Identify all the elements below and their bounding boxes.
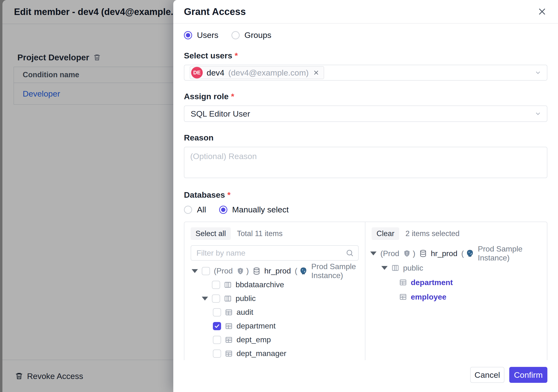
checkbox-checked[interactable]	[213, 322, 221, 330]
chevron-down-icon[interactable]	[534, 69, 541, 76]
checkbox[interactable]	[202, 267, 210, 275]
radio-manually-select[interactable]: Manually select	[219, 205, 289, 214]
source-tree: (Prod ) hr_prod ( Prod Sample	[184, 264, 365, 360]
schema-tree-row[interactable]: public	[184, 292, 365, 305]
avatar: DE	[191, 67, 203, 78]
database-icon	[419, 250, 427, 257]
table-icon	[225, 322, 233, 330]
table-icon	[225, 336, 233, 344]
radio-groups-label: Groups	[244, 30, 271, 40]
schema-label: bbdataarchive	[235, 280, 284, 289]
radio-manual-circle[interactable]	[219, 206, 227, 214]
env-label: (Prod	[214, 267, 233, 275]
schema-icon	[224, 281, 232, 289]
checkbox[interactable]	[212, 281, 220, 289]
drawer-body: Users Groups Select users* DE dev4 (dev4…	[173, 24, 558, 360]
databases-label: Databases*	[184, 190, 547, 200]
checkbox[interactable]	[213, 308, 221, 316]
select-users-input[interactable]: DE dev4 (dev4@example.com)	[184, 65, 547, 81]
selected-table-link[interactable]: department	[411, 278, 453, 287]
checkbox[interactable]	[212, 295, 220, 303]
table-tree-row[interactable]: dept_manager	[184, 347, 365, 360]
assign-role-select[interactable]: SQL Editor User	[184, 105, 547, 122]
caret-down-icon[interactable]	[370, 252, 376, 255]
db-name: hr_prod	[264, 267, 291, 275]
scope-radio-group: Users Groups	[184, 30, 547, 40]
remove-user-icon[interactable]	[313, 69, 320, 76]
table-icon	[399, 293, 407, 301]
search-icon	[346, 249, 354, 257]
database-transfer: Select all Total 11 items (Prod	[184, 222, 547, 360]
checkbox[interactable]	[213, 336, 221, 344]
drawer-header: Grant Access	[173, 0, 558, 24]
db-tree-row[interactable]: (Prod ) hr_prod ( Prod Sample	[184, 264, 365, 278]
table-icon	[225, 308, 233, 316]
instance-open: (	[295, 267, 297, 275]
schema-tree-row[interactable]: public	[366, 261, 547, 275]
table-tree-row[interactable]: department	[184, 319, 365, 333]
schema-label: public	[235, 294, 256, 303]
filter-input[interactable]	[191, 245, 359, 261]
table-tree-row[interactable]: dept_emp	[184, 333, 365, 347]
db-name: hr_prod	[431, 249, 457, 258]
clear-button[interactable]: Clear	[372, 227, 399, 240]
assign-role-value: SQL Editor User	[191, 109, 250, 119]
chevron-down-icon	[534, 110, 541, 117]
instance-label: Prod Sample Instance)	[311, 262, 365, 280]
total-items-label: Total 11 items	[237, 229, 283, 238]
selected-count-label: 2 items selected	[405, 229, 460, 238]
target-tree: (Prod ) hr_prod ( Prod Sample	[366, 246, 547, 304]
schema-label: public	[403, 264, 423, 272]
assign-role-label: Assign role*	[184, 92, 547, 101]
drawer-title: Grant Access	[184, 6, 537, 17]
radio-users-circle[interactable]	[184, 31, 192, 39]
radio-all-label: All	[197, 205, 206, 214]
database-icon	[253, 267, 261, 275]
table-label: dept_manager	[236, 349, 286, 358]
selected-table-link[interactable]: employee	[411, 293, 446, 302]
radio-groups[interactable]: Groups	[231, 30, 271, 40]
postgres-icon	[466, 249, 474, 258]
env-close: )	[413, 249, 415, 258]
radio-all-circle[interactable]	[184, 206, 192, 214]
select-all-button[interactable]: Select all	[191, 227, 231, 240]
selected-table-row[interactable]: department	[366, 275, 547, 290]
env-label: (Prod	[380, 249, 399, 258]
close-icon[interactable]	[537, 6, 547, 17]
radio-users[interactable]: Users	[184, 30, 218, 40]
reason-textarea[interactable]	[184, 147, 547, 178]
table-icon	[225, 350, 233, 357]
table-label: department	[236, 322, 276, 331]
databases-radio-group: All Manually select	[184, 205, 547, 214]
checkbox[interactable]	[213, 349, 221, 358]
table-tree-row[interactable]: audit	[184, 305, 365, 319]
radio-all[interactable]: All	[184, 205, 206, 214]
radio-groups-circle[interactable]	[231, 31, 240, 39]
transfer-target-panel: Clear 2 items selected (Prod )	[366, 222, 547, 360]
caret-down-icon[interactable]	[381, 266, 388, 270]
selected-table-row[interactable]: employee	[366, 290, 547, 304]
table-label: dept_emp	[236, 335, 271, 344]
user-chip-name: dev4	[207, 68, 225, 78]
transfer-source-panel: Select all Total 11 items (Prod	[184, 222, 366, 360]
instance-open: (	[461, 249, 464, 258]
radio-manual-label: Manually select	[232, 205, 289, 214]
drawer-footer: Cancel Confirm	[173, 360, 558, 392]
confirm-button[interactable]: Confirm	[509, 367, 547, 383]
reason-label: Reason	[184, 133, 547, 142]
caret-down-icon[interactable]	[202, 297, 208, 301]
postgres-icon	[299, 267, 307, 275]
user-chip: DE dev4 (dev4@example.com)	[190, 66, 324, 79]
schema-tree-row[interactable]: bbdataarchive	[184, 278, 365, 292]
db-tree-row[interactable]: (Prod ) hr_prod ( Prod Sample	[366, 246, 547, 261]
schema-icon	[224, 295, 232, 303]
select-users-label: Select users*	[184, 51, 547, 60]
radio-users-label: Users	[197, 30, 218, 40]
grant-access-drawer: Grant Access Users Groups Select users* …	[173, 0, 558, 392]
caret-down-icon[interactable]	[192, 269, 198, 273]
schema-icon	[392, 264, 399, 272]
shield-alert-icon	[403, 250, 411, 257]
table-label: audit	[236, 308, 253, 317]
env-close: )	[246, 267, 249, 275]
cancel-button[interactable]: Cancel	[470, 367, 505, 383]
